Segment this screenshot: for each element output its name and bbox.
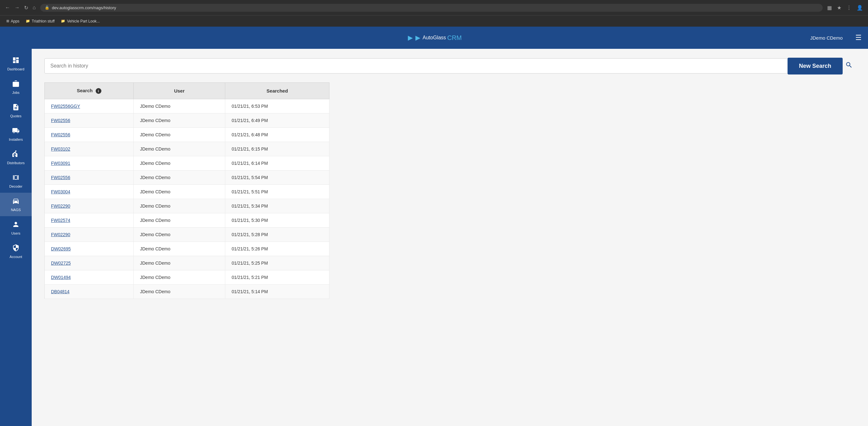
search-link[interactable]: DW02695	[51, 246, 71, 251]
nags-icon	[12, 197, 20, 207]
table-row: DW01494JDemo CDemo01/21/21, 5:21 PM	[45, 270, 330, 285]
search-link[interactable]: FW03102	[51, 146, 70, 152]
table-cell-user: JDemo CDemo	[134, 142, 225, 156]
sidebar-label-users: Users	[11, 232, 21, 235]
browser-actions: ▦ ★ ⋮ 👤	[826, 3, 864, 12]
sidebar: Dashboard Jobs Quotes	[0, 49, 32, 426]
main-area: Dashboard Jobs Quotes	[0, 49, 868, 426]
table-cell-searched: 01/21/21, 6:49 PM	[225, 114, 330, 128]
table-row: FW02290JDemo CDemo01/21/21, 5:28 PM	[45, 227, 330, 242]
search-submit-button[interactable]	[843, 59, 855, 73]
search-link[interactable]: FW02290	[51, 232, 70, 237]
table-row: FW03004JDemo CDemo01/21/21, 5:51 PM	[45, 185, 330, 199]
table-cell-searched: 01/21/21, 5:34 PM	[225, 199, 330, 213]
table-row: FW02556GGYJDemo CDemo01/21/21, 6:53 PM	[45, 99, 330, 114]
table-cell-search: FW03091	[45, 156, 134, 171]
navbar-menu-button[interactable]: ☰	[855, 34, 862, 42]
history-table: Search i User Searched FW02556GGYJDemo C…	[44, 83, 330, 299]
sidebar-item-quotes[interactable]: Quotes	[0, 99, 32, 122]
table-cell-user: JDemo CDemo	[134, 185, 225, 199]
search-link[interactable]: FW03091	[51, 161, 70, 166]
table-cell-user: JDemo CDemo	[134, 99, 225, 114]
new-search-button[interactable]: New Search	[787, 58, 843, 74]
table-cell-search: DW02695	[45, 242, 134, 256]
bookmark-vehicle[interactable]: 📁 Vehicle Part Look...	[58, 18, 102, 24]
table-cell-search: FW02290	[45, 227, 134, 242]
browser-chrome: ← → ↻ ⌂ 🔒 dev.autoglasscrm.com/nags/hist…	[0, 0, 868, 15]
sidebar-item-nags[interactable]: NAGS	[0, 193, 32, 216]
table-cell-searched: 01/21/21, 5:25 PM	[225, 256, 330, 270]
search-link[interactable]: DB04814	[51, 289, 69, 294]
table-cell-searched: 01/21/21, 6:14 PM	[225, 156, 330, 171]
table-cell-search: FW02556GGY	[45, 99, 134, 114]
sidebar-item-decoder[interactable]: Decoder	[0, 169, 32, 193]
back-button[interactable]: ←	[4, 3, 11, 12]
address-bar[interactable]: 🔒 dev.autoglasscrm.com/nags/history	[40, 4, 823, 12]
table-cell-user: JDemo CDemo	[134, 270, 225, 285]
sidebar-label-jobs: Jobs	[12, 91, 19, 94]
sidebar-item-distributors[interactable]: Distributors	[0, 146, 32, 169]
forward-button[interactable]: →	[13, 3, 21, 12]
search-link[interactable]: FW02556	[51, 175, 70, 180]
address-text: dev.autoglasscrm.com/nags/history	[52, 5, 818, 10]
table-row: DB04814JDemo CDemo01/21/21, 5:14 PM	[45, 285, 330, 299]
table-row: FW02290JDemo CDemo01/21/21, 5:34 PM	[45, 199, 330, 213]
sidebar-item-jobs[interactable]: Jobs	[0, 75, 32, 99]
quotes-icon	[12, 103, 20, 113]
navbar-user: JDemo CDemo	[810, 35, 843, 40]
sidebar-item-account[interactable]: Account	[0, 240, 32, 263]
search-link[interactable]: FW03004	[51, 189, 70, 194]
distributors-icon	[12, 150, 20, 160]
table-cell-search: FW02556	[45, 171, 134, 185]
bookmark-triathlon[interactable]: 📁 Triathlon stuff	[23, 18, 57, 24]
dashboard-icon	[12, 56, 20, 66]
column-user: User	[134, 83, 225, 99]
table-row: FW03091JDemo CDemo01/21/21, 6:14 PM	[45, 156, 330, 171]
content-area: New Search Search i User Searched FW0255…	[32, 49, 868, 426]
home-button[interactable]: ⌂	[31, 3, 37, 12]
column-searched: Searched	[225, 83, 330, 99]
cast-button[interactable]: ▦	[826, 3, 833, 12]
search-input[interactable]	[44, 58, 839, 73]
search-link[interactable]: FW02556GGY	[51, 104, 80, 109]
column-search: Search i	[45, 83, 134, 99]
table-cell-search: FW02574	[45, 213, 134, 227]
table-row: DW02725JDemo CDemo01/21/21, 5:25 PM	[45, 256, 330, 270]
table-row: FW02556JDemo CDemo01/21/21, 5:54 PM	[45, 171, 330, 185]
bookmark-apps[interactable]: ⊞ Apps	[4, 18, 22, 24]
table-cell-searched: 01/21/21, 5:54 PM	[225, 171, 330, 185]
table-cell-search: FW03004	[45, 185, 134, 199]
table-row: DW02695JDemo CDemo01/21/21, 5:26 PM	[45, 242, 330, 256]
search-link[interactable]: DW02725	[51, 261, 71, 266]
reload-button[interactable]: ↻	[23, 3, 29, 12]
search-link[interactable]: FW02556	[51, 132, 70, 137]
folder-icon-triathlon: 📁	[26, 19, 30, 23]
menu-button[interactable]: ⋮	[845, 3, 853, 12]
table-cell-searched: 01/21/21, 5:21 PM	[225, 270, 330, 285]
table-cell-user: JDemo CDemo	[134, 227, 225, 242]
sidebar-item-users[interactable]: Users	[0, 216, 32, 240]
bookmarks-bar: ⊞ Apps 📁 Triathlon stuff 📁 Vehicle Part …	[0, 15, 868, 27]
table-cell-searched: 01/21/21, 6:53 PM	[225, 99, 330, 114]
bookmark-button[interactable]: ★	[836, 3, 843, 12]
top-navbar: ►► AutoGlass CRM JDemo CDemo ☰	[0, 27, 868, 49]
profile-button[interactable]: 👤	[855, 3, 864, 12]
search-link[interactable]: FW02556	[51, 118, 70, 123]
table-cell-search: FW02556	[45, 114, 134, 128]
table-cell-search: FW02290	[45, 199, 134, 213]
search-link[interactable]: DW01494	[51, 275, 71, 280]
table-cell-user: JDemo CDemo	[134, 199, 225, 213]
table-header: Search i User Searched	[45, 83, 330, 99]
table-cell-searched: 01/21/21, 5:26 PM	[225, 242, 330, 256]
account-icon	[12, 244, 20, 253]
search-link[interactable]: FW02290	[51, 204, 70, 209]
table-cell-searched: 01/21/21, 6:15 PM	[225, 142, 330, 156]
sidebar-item-installers[interactable]: Installers	[0, 122, 32, 146]
search-link[interactable]: FW02574	[51, 218, 70, 223]
table-row: FW02556JDemo CDemo01/21/21, 6:48 PM	[45, 128, 330, 142]
jobs-icon	[12, 80, 20, 89]
sidebar-label-dashboard: Dashboard	[7, 67, 24, 71]
info-icon[interactable]: i	[96, 88, 101, 94]
sidebar-item-dashboard[interactable]: Dashboard	[0, 52, 32, 75]
table-cell-search: DW01494	[45, 270, 134, 285]
